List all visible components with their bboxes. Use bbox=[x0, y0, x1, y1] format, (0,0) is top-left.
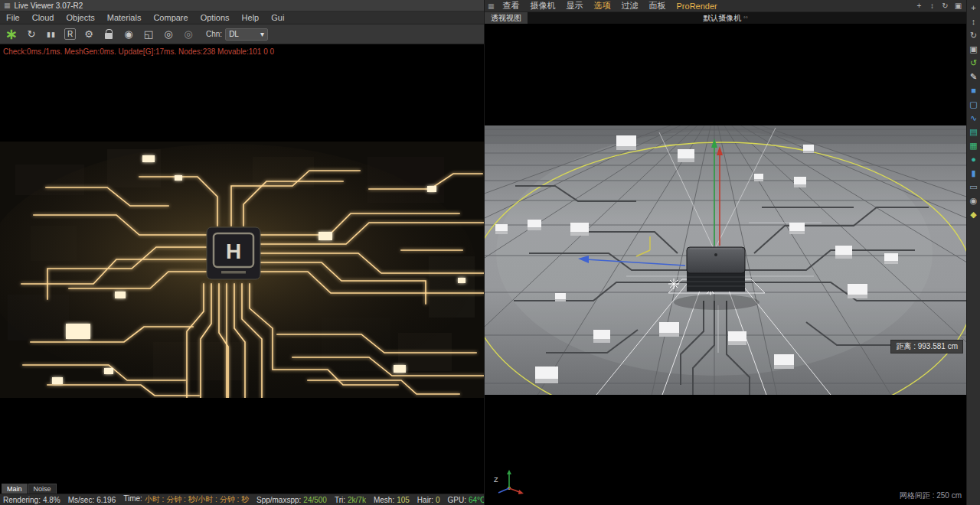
live-viewer-window: ▦ Live Viewer 3.07-R2 File Cloud Objects… bbox=[0, 0, 484, 505]
live-viewer-titlebar[interactable]: ▦ Live Viewer 3.07-R2 bbox=[0, 0, 484, 11]
array-icon[interactable]: ▦ bbox=[969, 140, 979, 151]
menu-objects[interactable]: Objects bbox=[60, 13, 100, 22]
menu-file[interactable]: File bbox=[0, 13, 26, 22]
channel-dropdown[interactable]: DL ▾ bbox=[225, 28, 268, 41]
menu-filter[interactable]: 过滤 bbox=[616, 0, 644, 11]
render-status-bar: Rendering: 4.8% Ms/sec: 6.196 Time: 小时 :… bbox=[0, 494, 484, 505]
desktop: ▦ Live Viewer 3.07-R2 File Cloud Objects… bbox=[0, 0, 980, 505]
menu-help[interactable]: Help bbox=[236, 13, 266, 22]
lock-resolution-icon[interactable] bbox=[102, 28, 116, 41]
chip: H bbox=[207, 227, 260, 279]
axis-z-label: Z bbox=[494, 476, 498, 484]
zoom-view-icon[interactable]: ↕ bbox=[927, 1, 937, 11]
window-icon: ▦ bbox=[4, 2, 11, 9]
tab-main[interactable]: Main bbox=[2, 484, 28, 494]
viewport-canvas[interactable] bbox=[485, 24, 967, 505]
cylinder-icon[interactable]: ▮ bbox=[969, 168, 979, 178]
channel-value: DL bbox=[229, 30, 239, 38]
camera-object-icon[interactable]: ◉ bbox=[969, 195, 979, 206]
viewport-nav-icons: + ↕ ↻ ▣ bbox=[914, 1, 966, 11]
rotate-tool-icon[interactable]: ↻ bbox=[969, 30, 979, 41]
settings-gear-icon[interactable]: ⚙ bbox=[82, 28, 96, 41]
region-render-icon[interactable]: ◱ bbox=[142, 28, 155, 41]
zoom-tool-icon[interactable]: ↕ bbox=[969, 16, 979, 27]
status-mesh: Mesh: 105 bbox=[374, 496, 410, 504]
status-mssec: Ms/sec: 6.196 bbox=[68, 496, 116, 504]
status-tri: Tri: 2k/7k bbox=[335, 496, 366, 504]
menu-gui[interactable]: Gui bbox=[265, 13, 290, 22]
menu-compare[interactable]: Compare bbox=[147, 13, 194, 22]
cube-primitive-icon[interactable]: ■ bbox=[969, 85, 979, 96]
menu-options[interactable]: Options bbox=[194, 13, 236, 22]
status-hair: Hair: 0 bbox=[417, 496, 440, 504]
subdivision-icon[interactable]: ▤ bbox=[969, 126, 979, 137]
live-viewer-menubar: File Cloud Objects Materials Compare Opt… bbox=[0, 11, 484, 24]
tab-perspective-view[interactable]: 透视视图 bbox=[485, 12, 528, 24]
menu-materials[interactable]: Materials bbox=[101, 13, 148, 22]
octane-render-image[interactable]: H bbox=[0, 142, 484, 398]
coordinate-system-icon[interactable]: ↺ bbox=[969, 57, 979, 68]
camera-label[interactable]: 默认摄像机 °° bbox=[485, 13, 966, 24]
status-gpu: GPU: 64°C bbox=[448, 496, 486, 504]
c4d-viewport-panel: ▦ 查看 摄像机 显示 选项 过滤 面板 ProRender + ↕ ↻ ▣ 透… bbox=[484, 0, 966, 505]
reset-icon[interactable]: R bbox=[64, 28, 76, 40]
pan-view-icon[interactable]: + bbox=[914, 1, 924, 11]
distance-readout: 距离 : 993.581 cm bbox=[890, 340, 963, 354]
menu-cloud[interactable]: Cloud bbox=[26, 13, 60, 22]
menu-panel[interactable]: 面板 bbox=[644, 0, 671, 11]
pen-tool-icon[interactable]: ✎ bbox=[969, 71, 979, 82]
status-rendering: Rendering: 4.8% bbox=[3, 496, 60, 504]
pause-render-icon[interactable]: ▮▮ bbox=[44, 28, 58, 41]
menu-grip-icon[interactable]: ▦ bbox=[485, 2, 498, 10]
camera-badges: °° bbox=[743, 16, 748, 21]
sphere-primitive-icon[interactable]: ● bbox=[969, 154, 979, 165]
light-object-icon[interactable]: ◆ bbox=[969, 209, 979, 220]
octane-logo-icon[interactable]: ∗ bbox=[5, 28, 18, 41]
viewport-menubar: ▦ 查看 摄像机 显示 选项 过滤 面板 ProRender + ↕ ↻ ▣ bbox=[485, 0, 966, 12]
restart-render-icon[interactable]: ↻ bbox=[24, 28, 38, 41]
chevron-down-icon: ▾ bbox=[260, 30, 264, 38]
menu-view[interactable]: 查看 bbox=[498, 0, 525, 11]
status-spp: Spp/maxspp: 24/500 bbox=[256, 496, 327, 504]
menu-prorender[interactable]: ProRender bbox=[671, 2, 723, 11]
chip-logo: H bbox=[226, 239, 241, 263]
focus-picker-icon[interactable]: ◎ bbox=[181, 28, 195, 41]
layout-toggle-icon[interactable]: ▣ bbox=[969, 44, 979, 54]
grid-spacing-readout: 网格间距 : 250 cm bbox=[900, 490, 962, 501]
spline-icon[interactable]: ∿ bbox=[969, 112, 979, 123]
channel-control: Chn: DL ▾ bbox=[206, 28, 268, 41]
viewport-tabrow: 透视视图 默认摄像机 °° bbox=[485, 12, 966, 24]
pan-tool-icon[interactable]: + bbox=[969, 2, 979, 13]
render-tabs: Main Noise bbox=[2, 484, 57, 494]
menu-camera[interactable]: 摄像机 bbox=[525, 0, 561, 11]
rotate-view-icon[interactable]: ↻ bbox=[940, 1, 950, 11]
channel-label: Chn: bbox=[206, 30, 222, 38]
clay-mode-icon[interactable]: ◉ bbox=[122, 28, 136, 41]
material-picker-icon[interactable]: ◎ bbox=[162, 28, 175, 41]
status-time: Time: 小时 : 分钟 : 秒/小时 : 分钟 : 秒 bbox=[123, 494, 249, 505]
menu-options[interactable]: 选项 bbox=[589, 0, 616, 11]
maximize-view-icon[interactable]: ▣ bbox=[953, 1, 963, 11]
live-viewer-toolbar: ∗ ↻ ▮▮ R ⚙ ◉ ◱ ◎ ◎ Chn: DL ▾ bbox=[0, 24, 484, 44]
world-axis-widget: Z bbox=[492, 467, 524, 497]
lock-glyph bbox=[105, 33, 113, 39]
window-title: Live Viewer 3.07-R2 bbox=[15, 2, 83, 10]
rounded-cube-icon[interactable]: ▢ bbox=[969, 99, 979, 109]
menu-display[interactable]: 显示 bbox=[561, 0, 589, 11]
right-tool-strip: + ↕ ↻ ▣ ↺ ✎ ■ ▢ ∿ ▤ ▦ ● ▮ ▭ ◉ ◆ bbox=[966, 0, 980, 505]
plane-icon[interactable]: ▭ bbox=[969, 181, 979, 192]
tab-noise[interactable]: Noise bbox=[28, 484, 57, 494]
render-stats-line: Check:0ms./1ms. MeshGen:0ms. Update[G]:1… bbox=[0, 46, 484, 57]
